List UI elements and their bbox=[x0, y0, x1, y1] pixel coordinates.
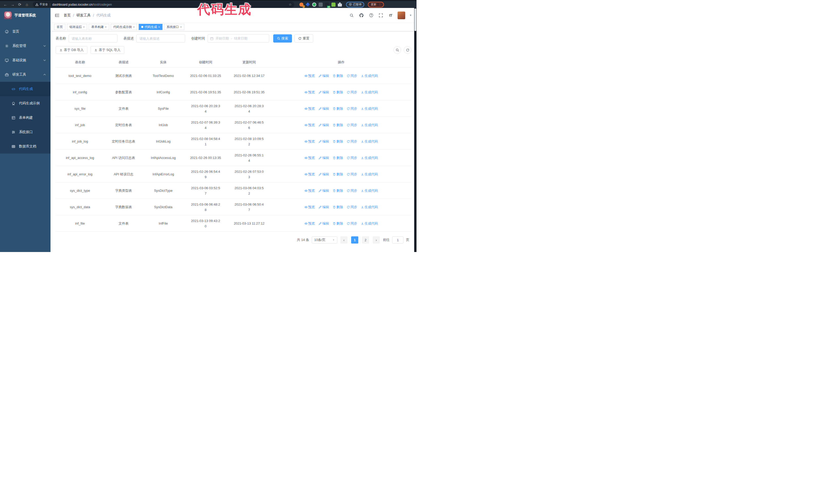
sync-action[interactable]: 同步 bbox=[347, 123, 357, 127]
delete-action[interactable]: 删除 bbox=[333, 172, 343, 177]
browser-forward-icon[interactable]: → bbox=[10, 2, 15, 7]
preview-action[interactable]: 预览 bbox=[305, 155, 315, 160]
generate-code-action[interactable]: 生成代码 bbox=[361, 188, 378, 193]
sync-action[interactable]: 同步 bbox=[347, 106, 357, 111]
tab-home[interactable]: 首页 bbox=[54, 24, 65, 30]
sync-action[interactable]: 同步 bbox=[347, 74, 357, 78]
generate-code-action[interactable]: 生成代码 bbox=[361, 139, 378, 144]
preview-action[interactable]: 预览 bbox=[305, 139, 315, 144]
generate-code-action[interactable]: 生成代码 bbox=[361, 172, 378, 177]
fullscreen-icon[interactable] bbox=[378, 13, 384, 18]
generate-code-action[interactable]: 生成代码 bbox=[361, 90, 378, 95]
close-icon[interactable]: × bbox=[83, 25, 85, 28]
user-menu-caret-icon[interactable]: ▼ bbox=[409, 14, 412, 17]
delete-action[interactable]: 删除 bbox=[333, 74, 343, 78]
sidebar-item-devtools[interactable]: 研发工具 bbox=[0, 67, 50, 82]
github-icon[interactable] bbox=[359, 13, 364, 18]
delete-action[interactable]: 删除 bbox=[333, 123, 343, 127]
tab-codegen[interactable]: 代码生成× bbox=[139, 24, 162, 30]
security-warning[interactable]: 不安全 bbox=[35, 3, 48, 6]
import-sql-button[interactable]: 基于 SQL 导入 bbox=[91, 46, 124, 54]
edit-action[interactable]: 编辑 bbox=[318, 205, 329, 210]
extension-icon-grid[interactable] bbox=[318, 3, 323, 7]
browser-home-icon[interactable]: ⌂ bbox=[24, 2, 30, 7]
address-bar[interactable]: 不安全 dashboard.yudao.iocoder.cn /tool/cod… bbox=[33, 2, 294, 8]
next-page-button[interactable]: › bbox=[373, 236, 380, 243]
delete-action[interactable]: 删除 bbox=[333, 188, 343, 193]
delete-action[interactable]: 删除 bbox=[333, 155, 343, 160]
scrollbar-thumb[interactable] bbox=[414, 8, 416, 31]
edit-action[interactable]: 编辑 bbox=[318, 139, 329, 144]
edit-action[interactable]: 编辑 bbox=[318, 155, 329, 160]
profile-paused-pill[interactable]: 😲 已暂停 bbox=[346, 2, 364, 7]
reset-button[interactable]: 重置 bbox=[294, 34, 313, 43]
table-name-input[interactable] bbox=[69, 34, 117, 43]
close-icon[interactable]: × bbox=[105, 25, 106, 28]
preview-action[interactable]: 预览 bbox=[305, 106, 315, 111]
edit-action[interactable]: 编辑 bbox=[318, 74, 329, 78]
generate-code-action[interactable]: 生成代码 bbox=[361, 74, 378, 78]
tab-system-api[interactable]: 系统接口× bbox=[164, 24, 184, 30]
tab-codegen-demo[interactable]: 代码生成示例× bbox=[111, 24, 137, 30]
breadcrumb-home[interactable]: 首页 bbox=[64, 13, 71, 18]
tab-form-builder[interactable]: 表单构建× bbox=[89, 24, 109, 30]
edit-action[interactable]: 编辑 bbox=[318, 188, 329, 193]
table-desc-input[interactable] bbox=[136, 34, 185, 43]
generate-code-action[interactable]: 生成代码 bbox=[361, 106, 378, 111]
sync-action[interactable]: 同步 bbox=[347, 139, 357, 144]
delete-action[interactable]: 删除 bbox=[333, 221, 343, 226]
tab-tracing[interactable]: 链路追踪× bbox=[67, 24, 87, 30]
browser-reload-icon[interactable]: ⟳ bbox=[17, 2, 23, 7]
sidebar-item-home[interactable]: 首页 bbox=[0, 24, 50, 39]
user-avatar[interactable] bbox=[398, 11, 405, 19]
goto-page-input[interactable] bbox=[392, 236, 403, 243]
help-icon[interactable] bbox=[368, 13, 374, 18]
date-range-picker[interactable]: 开始日期 - 结束日期 bbox=[208, 34, 269, 43]
delete-action[interactable]: 删除 bbox=[333, 90, 343, 95]
sidebar-item-codegen-demo[interactable]: 代码生成示例 bbox=[0, 96, 50, 111]
edit-action[interactable]: 编辑 bbox=[318, 221, 329, 226]
extension-icon-green-robot[interactable] bbox=[331, 3, 335, 7]
close-icon[interactable]: × bbox=[158, 25, 160, 28]
page-button-1[interactable]: 1 bbox=[351, 236, 358, 243]
sidebar-item-system[interactable]: 系统管理 bbox=[0, 39, 50, 53]
generate-code-action[interactable]: 生成代码 bbox=[361, 123, 378, 127]
browser-menu-icon[interactable]: ⋮ bbox=[378, 3, 381, 6]
search-button[interactable]: 搜索 bbox=[273, 34, 292, 43]
extension-icon-orange[interactable]: 1 bbox=[300, 3, 304, 7]
generate-code-action[interactable]: 生成代码 bbox=[361, 155, 378, 160]
page-size-select[interactable]: 10条/页 ▼ bbox=[312, 236, 337, 243]
delete-action[interactable]: 删除 bbox=[333, 205, 343, 210]
hamburger-icon[interactable] bbox=[55, 14, 60, 17]
font-size-icon[interactable]: tT bbox=[388, 13, 394, 18]
sync-action[interactable]: 同步 bbox=[347, 221, 357, 226]
delete-action[interactable]: 删除 bbox=[333, 139, 343, 144]
prev-page-button[interactable]: ‹ bbox=[340, 236, 348, 243]
sync-action[interactable]: 同步 bbox=[347, 188, 357, 193]
page-button-2[interactable]: 2 bbox=[362, 236, 369, 243]
extension-icon-dark-on[interactable]: on bbox=[325, 3, 329, 7]
page-scrollbar[interactable] bbox=[414, 8, 416, 252]
sidebar-item-db-doc[interactable]: 数据库文档 bbox=[0, 139, 50, 153]
sync-action[interactable]: 同步 bbox=[347, 172, 357, 177]
generate-code-action[interactable]: 生成代码 bbox=[361, 221, 378, 226]
preview-action[interactable]: 预览 bbox=[305, 74, 315, 78]
sidebar-item-form-builder[interactable]: 表单构建 bbox=[0, 111, 50, 125]
preview-action[interactable]: 预览 bbox=[305, 221, 315, 226]
sidebar-item-infra[interactable]: 基础设施 bbox=[0, 53, 50, 67]
extension-puzzle-icon[interactable] bbox=[338, 3, 342, 7]
import-db-button[interactable]: 基于 DB 导入 bbox=[56, 46, 88, 54]
preview-action[interactable]: 预览 bbox=[305, 123, 315, 127]
sidebar-item-codegen[interactable]: 代码生成 bbox=[0, 82, 50, 96]
browser-back-icon[interactable]: ← bbox=[3, 2, 8, 7]
extension-icon-green-check[interactable] bbox=[312, 3, 316, 7]
edit-action[interactable]: 编辑 bbox=[318, 172, 329, 177]
generate-code-action[interactable]: 生成代码 bbox=[361, 205, 378, 210]
sync-action[interactable]: 同步 bbox=[347, 155, 357, 160]
preview-action[interactable]: 预览 bbox=[305, 90, 315, 95]
delete-action[interactable]: 删除 bbox=[333, 106, 343, 111]
preview-action[interactable]: 预览 bbox=[305, 172, 315, 177]
sync-action[interactable]: 同步 bbox=[347, 90, 357, 95]
edit-action[interactable]: 编辑 bbox=[318, 123, 329, 127]
bookmark-star-icon[interactable]: ☆ bbox=[289, 3, 292, 6]
